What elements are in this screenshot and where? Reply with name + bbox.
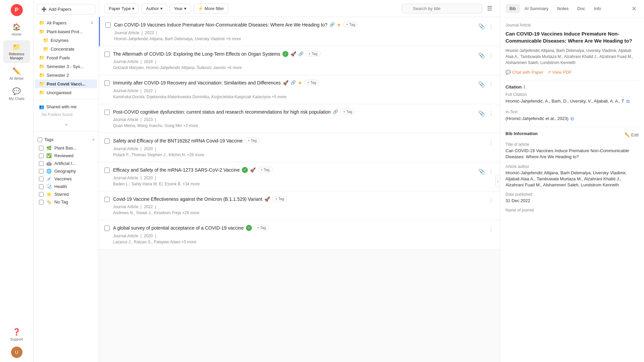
edit-button[interactable]: ✏️ Edit <box>625 132 639 137</box>
plus-icon-all-papers[interactable]: + <box>91 20 93 25</box>
add-tag-icon[interactable]: + <box>92 137 95 142</box>
copy-full-citation-icon[interactable]: ⧉ <box>626 98 630 105</box>
tree-item-all-papers[interactable]: 📁 All Papers + <box>35 18 97 27</box>
tag-item-starred[interactable]: ⭐ Starred <box>38 190 95 198</box>
tab-ai-summary[interactable]: AI Summary <box>521 4 553 13</box>
hamburger-menu-icon[interactable]: ☰ <box>485 3 494 14</box>
tag-checkbox-plant[interactable] <box>39 146 44 150</box>
tree-item-unorganised[interactable]: 📁 Unorganised <box>35 88 97 97</box>
divider-1 <box>505 80 639 80</box>
paper-item-2[interactable]: The Aftermath of COVID-19: Exploring the… <box>99 46 500 75</box>
tree-item-fossil-fuels[interactable]: 📁 Fossil Fuels <box>35 53 97 62</box>
more-icon-4[interactable]: ⋮ <box>488 110 494 117</box>
tab-doc[interactable]: Doc <box>573 4 589 13</box>
more-icon-2[interactable]: ⋮ <box>488 52 494 59</box>
more-icon-5[interactable]: ⋮ <box>488 138 494 146</box>
more-icon-1[interactable]: ⋮ <box>488 22 494 30</box>
tree-item-plant-based[interactable]: 📁 Plant-based Prot... <box>35 27 97 36</box>
info-icon-citation: ℹ <box>524 84 525 89</box>
tag-item-health[interactable]: 🩺 Health <box>38 183 95 190</box>
tree-item-enzymes[interactable]: 📁 Enzymes <box>35 36 97 45</box>
rocket-icon-2: 🚀 <box>290 51 296 58</box>
avatar[interactable]: U <box>11 347 22 358</box>
search-input[interactable] <box>402 4 482 13</box>
tab-info[interactable]: Info <box>590 4 605 13</box>
tag-item-reviewed[interactable]: ✅ Reviewed <box>38 152 95 160</box>
tag-item-geography[interactable]: 🌐 Geography <box>38 167 95 175</box>
paper-item-3[interactable]: Immunity after COVID-19 Recovery and Vac… <box>99 75 500 104</box>
paper-checkbox-4[interactable] <box>104 110 110 115</box>
tag-checkbox-vaccines[interactable] <box>39 177 44 181</box>
add-tag-button-4[interactable]: + Tag <box>340 109 355 114</box>
paper-item-8[interactable]: A global survey of potential acceptance … <box>99 220 500 249</box>
tag-checkbox-reviewed[interactable] <box>39 154 44 158</box>
paper-checkbox-6[interactable] <box>104 168 110 173</box>
paper-item-5[interactable]: Safety and Efficacy of the BNT162b2 mRNA… <box>99 133 500 162</box>
tag-checkbox-health[interactable] <box>39 184 44 189</box>
more-icon-3[interactable]: ⋮ <box>488 80 494 88</box>
tree-item-shared[interactable]: 👥 Shared with me <box>35 103 97 111</box>
year-filter[interactable]: Year ▾ <box>170 4 191 13</box>
add-tag-button-3[interactable]: + Tag <box>304 80 319 85</box>
tag-item-plant-bas[interactable]: 🌿 Plant Bas... <box>38 144 95 152</box>
more-icon-8[interactable]: ⋮ <box>488 226 494 233</box>
paper-checkbox-7[interactable] <box>104 197 110 202</box>
tag-item-no-tag[interactable]: 🏷️ No Tag <box>38 198 95 206</box>
tree-item-post-covid[interactable]: 📁 Post Covid Vacci... <box>35 79 97 88</box>
paper-checkbox-2[interactable] <box>104 52 110 57</box>
attachment-icon-2[interactable]: 📎 <box>478 52 486 59</box>
paper-checkbox-3[interactable] <box>104 80 110 86</box>
paper-checkbox-1[interactable] <box>105 22 111 28</box>
tree-item-semester2[interactable]: 📁 Semester 2 <box>35 71 97 79</box>
attachment-icon-1[interactable]: 📎 <box>478 22 486 30</box>
paper-item-4[interactable]: Post-COVID cognitive dysfunction: curren… <box>99 104 500 133</box>
tag-checkbox-geo[interactable] <box>39 169 44 174</box>
tag-item-vaccines[interactable]: 💉 Vaccines <box>38 175 95 183</box>
author-filter[interactable]: Author ▾ <box>142 4 167 13</box>
paper-item-1[interactable]: Can COVID-19 Vaccines Induce Premature N… <box>99 17 500 46</box>
more-icon-7[interactable]: ⋮ <box>488 197 494 204</box>
paper-checkbox-5[interactable] <box>104 138 110 144</box>
tag-checkbox-ai[interactable] <box>39 161 44 166</box>
add-tag-button-5[interactable]: + Tag <box>245 138 260 143</box>
sidebar-item-support[interactable]: ❓ Support <box>3 325 30 344</box>
tree-item-semester3[interactable]: 📁 Semester 3 - Sys... <box>35 62 97 71</box>
attachment-icon-3[interactable]: 📎 <box>478 80 486 88</box>
more-icon-6[interactable]: ⋮ <box>488 168 494 175</box>
tag-checkbox-starred[interactable] <box>39 192 44 197</box>
tag-item-artificial[interactable]: 🤖 Artificial I... <box>38 160 95 167</box>
add-papers-button[interactable]: ➕ Add Papers <box>37 4 95 14</box>
sidebar-item-home[interactable]: 🏠 Home <box>3 20 30 39</box>
tab-bib[interactable]: Bib <box>505 4 520 13</box>
tags-header[interactable]: Tags + <box>38 137 95 142</box>
sidebar-item-my-chats[interactable]: 💬 My Chats <box>3 84 30 103</box>
tree-item-concentrate[interactable]: 📁 Concentrate <box>35 45 97 53</box>
more-filter-button[interactable]: ⚡ More filter <box>194 4 228 13</box>
paper-title-4: Post-COVID cognitive dysfunction: curren… <box>113 109 474 116</box>
attachment-icon-6[interactable]: 📎 <box>478 168 486 175</box>
paper-item-6[interactable]: Efficacy and Safety of the mRNA-1273 SAR… <box>99 162 500 191</box>
sidebar-item-reference-manager[interactable]: 📁 ReferenceManager <box>3 40 30 63</box>
close-button[interactable]: ✕ <box>630 4 639 13</box>
view-pdf-link[interactable]: ↗ View PDF <box>547 70 572 75</box>
chat-with-paper-link[interactable]: 💬 Chat with Paper <box>505 70 543 75</box>
tag-checkbox-notag[interactable] <box>39 200 44 204</box>
copy-in-text-icon[interactable]: ⧉ <box>571 116 574 122</box>
paper-authors-4: Quan Meina, Wang Xuechu, Gong Min +3 mor… <box>113 123 474 128</box>
star-icon-3[interactable]: ★ <box>298 80 302 86</box>
add-tag-button-2[interactable]: + Tag <box>306 51 321 56</box>
paper-type-filter[interactable]: Paper Type ▾ <box>104 4 139 13</box>
attachment-icon-4[interactable]: 📎 <box>478 110 486 117</box>
tags-all-checkbox[interactable] <box>38 137 42 142</box>
tab-notes[interactable]: Notes <box>553 4 573 13</box>
star-icon-1[interactable]: ★ <box>337 22 341 28</box>
add-tag-button-7[interactable]: + Tag <box>272 196 287 201</box>
add-tag-button-6[interactable]: + Tag <box>258 167 273 172</box>
collapse-chevron[interactable]: ⌄ <box>34 118 99 129</box>
add-tag-button-8[interactable]: + Tag <box>254 225 269 230</box>
sidebar-item-ai-writer[interactable]: ✏️ AI Writer <box>3 64 30 83</box>
add-tag-button-1[interactable]: + Tag <box>343 22 358 27</box>
paper-checkbox-8[interactable] <box>104 226 110 231</box>
folder-icon: 📁 <box>39 64 45 69</box>
paper-item-7[interactable]: Covid-19 Vaccine Effectiveness against t… <box>99 191 500 221</box>
